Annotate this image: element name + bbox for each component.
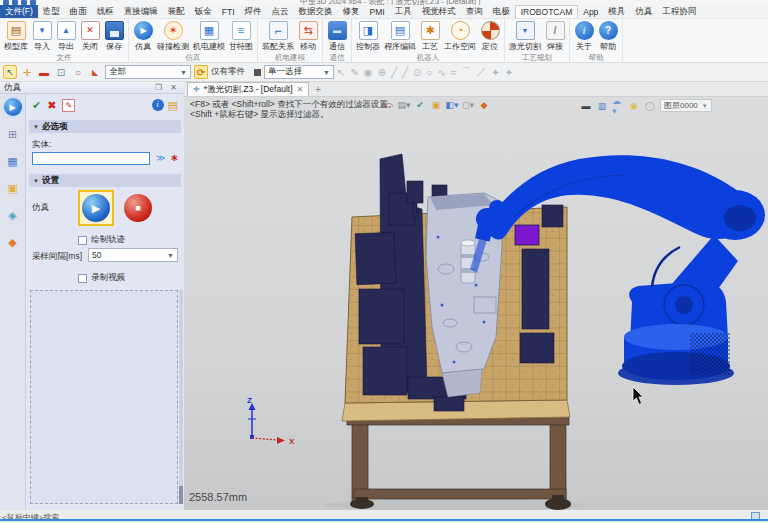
geometry-filter-icons[interactable]: ↖✎◉⊕╱╱⊙○∿≈⌒／✦✦ [337,65,513,79]
pick-box-icon[interactable]: ⊡ [54,65,68,79]
ribbon-button-process[interactable]: 工艺 [418,20,442,53]
tab-fti[interactable]: FTI [217,5,240,18]
laser-cutting-icon [516,21,535,40]
tab-pmi[interactable]: PMI [365,5,390,18]
purple-block[interactable] [515,225,539,245]
tab-collaboration[interactable]: 工程协同 [657,5,701,18]
command-search-hint[interactable]: <鼠标中键>搜索 [2,512,59,523]
tab-tools[interactable]: 工具 [390,5,417,18]
refresh-filter-icon[interactable]: ⟳ [194,65,208,79]
ribbon-button-welding[interactable]: 焊接 [543,20,567,53]
ribbon-button-communication[interactable]: 通信 [325,20,349,53]
role-manager-tab-icon[interactable]: ◆ [4,233,22,251]
ribbon-button-program-edit[interactable]: 程序编辑 [382,20,418,53]
ribbon-button-model-library[interactable]: 模型库 [2,20,30,53]
panel-window-icons[interactable]: ❐ ✕ [155,83,180,92]
remove-select-icon[interactable]: ▬ [37,65,51,79]
doc-book-icon[interactable]: ▤ [168,99,178,112]
tab-app[interactable]: App [578,5,603,18]
tab-heal[interactable]: 修复 [338,5,365,18]
assembly-manager-tab-icon[interactable]: ▦ [4,152,22,170]
view-manager-tab-icon[interactable]: ◈ [4,206,22,224]
circle-select-icon[interactable]: ○ [71,65,85,79]
library-tab-icon[interactable]: ▣ [4,179,22,197]
lightbulb-icon[interactable]: ◉ [628,100,640,112]
tab-inquire[interactable]: 查询 [461,5,488,18]
tab-file[interactable]: 文件(F) [0,5,38,18]
shade-mode-icon[interactable]: ◧▾ [446,99,458,111]
tab-close-icon[interactable]: ✕ [297,85,304,94]
scene-3d[interactable]: Z X 2558.57mm [184,97,768,510]
document-tab[interactable]: ✛ *激光切割.Z3 - [Default] ✕ [187,82,309,96]
tab-data-exchange[interactable]: 数据交换 [294,5,338,18]
ribbon-button-collision-check[interactable]: 碰撞检测 [155,20,191,53]
sample-interval-dropdown[interactable]: 50▼ [88,248,178,262]
cloud-render-icon[interactable]: ☁▾ [612,100,624,112]
ribbon-button-locate[interactable]: 定位 [478,20,502,53]
wireframe-mode-icon[interactable]: ◻▾ [462,99,474,111]
selection-mode-dropdown[interactable]: 单一选择▼ [264,65,334,79]
tab-visualize[interactable]: 视觉样式 [417,5,461,18]
ribbon-button-controller[interactable]: 控制器 [354,20,382,53]
ribbon-button-help[interactable]: 帮助 [596,20,620,53]
tab-direct-edit[interactable]: 直接编辑 [119,5,163,18]
new-tab-button[interactable]: + [315,84,321,96]
edit-icon[interactable]: ✎ [62,99,75,112]
verify-icon[interactable]: ✔ [414,99,426,111]
undo-view-icon[interactable]: ⤺ [382,99,394,111]
pick-cursor-icon[interactable]: ↖ [3,65,17,79]
section-icon[interactable]: ◆ [478,99,490,111]
ribbon-button-save[interactable]: 保存 [102,20,126,53]
selection-color-swatch[interactable] [254,69,261,76]
tab-shape[interactable]: 造型 [38,5,65,18]
cancel-x-icon[interactable]: ✖ [47,99,56,112]
ribbon-button-simulate[interactable]: 仿真 [131,20,155,53]
expand-chevrons-icon[interactable]: ≫ [156,153,165,163]
ribbon-button-move[interactable]: 移动 [296,20,320,53]
display-tool-icons: ▬ ▥ ☁▾ ◉ ◯ 图层0000 ▼ [580,99,712,112]
tab-electrode[interactable]: 电极 [488,5,515,18]
panel-scrollbar[interactable] [179,290,183,504]
tab-simulation[interactable]: 仿真 [630,5,657,18]
tab-surface[interactable]: 曲面 [65,5,92,18]
layer-dropdown[interactable]: 图层0000 ▼ [660,99,712,112]
ribbon-button-about[interactable]: 关于 [572,20,596,53]
settings-section-header[interactable]: ▼设置 [29,174,181,187]
layers-icon[interactable]: ▤▾ [398,99,410,111]
tab-assembly[interactable]: 装配 [163,5,190,18]
ribbon-group-communication: 通信 通信 [323,19,352,62]
ribbon-button-gantt-chart[interactable]: 甘特图 [227,20,255,53]
required-section-header[interactable]: ▼必选项 [29,120,181,133]
filter-scope-dropdown[interactable]: 全部▼ [105,65,191,79]
ribbon-button-mechatronics-modeling[interactable]: 机电建模 [191,20,227,53]
ribbon-button-close[interactable]: 关闭 [78,20,102,53]
info-icon[interactable]: i [152,99,164,111]
ribbon-button-export[interactable]: 导出 [54,20,78,53]
record-video-checkbox[interactable]: 录制视频 [78,272,125,284]
tab-weldment[interactable]: 焊件 [240,5,267,18]
tab-wireframe[interactable]: 线框 [92,5,119,18]
ribbon-button-laser-cutting[interactable]: 激光切割 [507,20,543,53]
panel-title-bar: 仿真 ❐ ✕ [0,82,184,94]
circle-display-icon[interactable]: ◯ [644,100,656,112]
stop-button[interactable]: ■ [124,194,152,222]
ribbon-group-simulation: 仿真 碰撞检测 机电建模 甘特图 仿真 [129,19,258,62]
sim-manager-tab-icon[interactable]: ▶ [4,98,22,116]
flat-view-icon[interactable]: ▬ [580,100,592,112]
ribbon-button-workspace[interactable]: 工作空间 [442,20,478,53]
entity-input[interactable] [32,152,150,165]
folder-icon[interactable]: ▣ [430,99,442,111]
ok-check-icon[interactable]: ✔ [32,99,41,112]
tab-point-cloud[interactable]: 点云 [267,5,294,18]
lasso-select-icon[interactable]: ◣ [88,65,102,79]
tab-sheet-metal[interactable]: 钣金 [190,5,217,18]
tree-manager-tab-icon[interactable]: ⊞ [4,125,22,143]
play-button[interactable]: ▶ [82,194,110,222]
tab-irobotcam[interactable]: IROBOTCAM [515,5,578,18]
grid-view-icon[interactable]: ▥ [596,100,608,112]
tab-mold[interactable]: 模具 [603,5,630,18]
ribbon-button-assembly-relation[interactable]: 装配关系 [260,20,296,53]
add-select-icon[interactable]: ✛ [20,65,34,79]
ribbon-button-import[interactable]: 导入 [30,20,54,53]
trace-checkbox[interactable]: 绘制轨迹 [78,234,125,246]
